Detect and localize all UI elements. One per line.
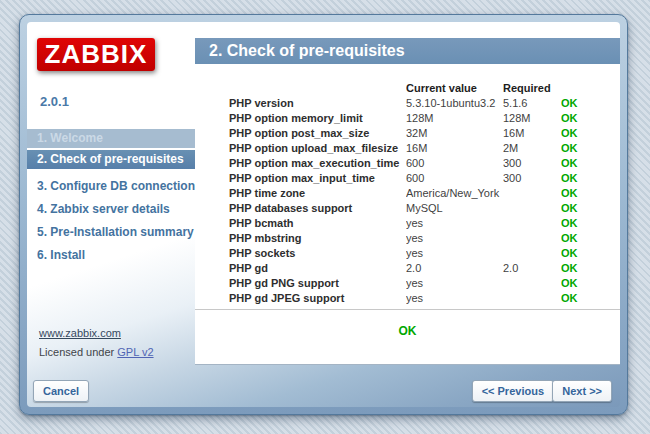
prereq-label: PHP time zone (229, 185, 406, 200)
gpl-license-link[interactable]: GPL v2 (117, 346, 153, 358)
prereq-row: PHP bcmath yes OK (229, 215, 616, 230)
prereq-current-value: yes (406, 230, 503, 245)
prereq-current-value: 600 (406, 170, 503, 185)
prereq-required-value (503, 275, 561, 290)
prereq-required-value: 300 (503, 170, 561, 185)
prereq-status: OK (561, 230, 616, 245)
prereq-row: PHP gd JPEG support yes OK (229, 290, 616, 305)
zabbix-site-link[interactable]: www.zabbix.com (39, 327, 121, 339)
wizard-window-inner: ZABBIX 2.0.1 1. Welcome2. Check of pre-r… (27, 22, 620, 407)
prereq-label: PHP gd PNG support (229, 275, 406, 290)
table-separator (195, 309, 620, 310)
prereq-current-value: yes (406, 245, 503, 260)
sidebar-step[interactable]: 5. Pre-Installation summary (27, 223, 195, 242)
prereq-current-value: MySQL (406, 200, 503, 215)
prereq-current-value: America/New_York (406, 185, 503, 200)
prereq-current-value: 2.0 (406, 260, 503, 275)
page-title: 2. Check of pre-requisites (195, 38, 620, 64)
prereq-status: OK (561, 290, 616, 305)
prereq-required-value: 5.1.6 (503, 95, 561, 110)
prereq-label: PHP sockets (229, 245, 406, 260)
overall-status: OK (195, 324, 620, 338)
cancel-button[interactable]: Cancel (33, 380, 89, 402)
prereq-current-value: 128M (406, 110, 503, 125)
sidebar-step[interactable]: 2. Check of pre-requisites (27, 150, 195, 169)
prereq-current-value: yes (406, 275, 503, 290)
prereq-row: PHP option post_max_size 32M 16M OK (229, 125, 616, 140)
prereq-row: PHP option max_input_time 600 300 OK (229, 170, 616, 185)
prereq-required-value (503, 185, 561, 200)
prereq-required-value: 16M (503, 125, 561, 140)
prereq-label: PHP gd JPEG support (229, 290, 406, 305)
prereq-row: PHP option memory_limit 128M 128M OK (229, 110, 616, 125)
sidebar-links: www.zabbix.com Licensed under GPL v2 (39, 324, 154, 362)
prereq-required-value (503, 290, 561, 305)
prereq-row: PHP version 5.3.10-1ubuntu3.2 5.1.6 OK (229, 95, 616, 110)
prereq-row: PHP time zone America/New_York OK (229, 185, 616, 200)
prereq-label: PHP databases support (229, 200, 406, 215)
zabbix-logo: ZABBIX (37, 38, 155, 71)
prereq-status: OK (561, 215, 616, 230)
prereq-row: PHP gd PNG support yes OK (229, 275, 616, 290)
prereq-required-value (503, 200, 561, 215)
prereq-current-value: 5.3.10-1ubuntu3.2 (406, 95, 503, 110)
prereq-label: PHP gd (229, 260, 406, 275)
prereq-table-body: PHP version 5.3.10-1ubuntu3.2 5.1.6 OK P… (229, 95, 616, 305)
prereq-status: OK (561, 110, 616, 125)
sidebar-step[interactable]: 1. Welcome (27, 129, 195, 148)
prereq-label: PHP option max_execution_time (229, 155, 406, 170)
prereq-current-value: 16M (406, 140, 503, 155)
prereq-label: PHP option post_max_size (229, 125, 406, 140)
prereq-required-value (503, 230, 561, 245)
prereq-row: PHP option max_execution_time 600 300 OK (229, 155, 616, 170)
prereq-current-value: yes (406, 215, 503, 230)
prereq-label: PHP bcmath (229, 215, 406, 230)
prereq-current-value: 32M (406, 125, 503, 140)
license-text: Licensed under (39, 346, 117, 358)
prereq-status: OK (561, 170, 616, 185)
prerequisites-table: Current value Required PHP version 5.3.1… (229, 80, 616, 305)
prereq-required-value: 300 (503, 155, 561, 170)
prereq-required-value: 2M (503, 140, 561, 155)
prereq-status: OK (561, 185, 616, 200)
prereq-row: PHP option upload_max_filesize 16M 2M OK (229, 140, 616, 155)
prereq-row: PHP gd 2.0 2.0 OK (229, 260, 616, 275)
prereq-required-value: 2.0 (503, 260, 561, 275)
sidebar-step[interactable]: 3. Configure DB connection (27, 177, 195, 196)
sidebar-step[interactable]: 4. Zabbix server details (27, 200, 195, 219)
prereq-row: PHP sockets yes OK (229, 245, 616, 260)
prereq-label: PHP option upload_max_filesize (229, 140, 406, 155)
next-button[interactable]: Next >> (552, 380, 612, 402)
prereq-label: PHP version (229, 95, 406, 110)
prereq-status: OK (561, 260, 616, 275)
prereq-required-value: 128M (503, 110, 561, 125)
wizard-window: ZABBIX 2.0.1 1. Welcome2. Check of pre-r… (19, 14, 628, 415)
prereq-status: OK (561, 245, 616, 260)
prereq-status: OK (561, 275, 616, 290)
prereq-row: PHP databases support MySQL OK (229, 200, 616, 215)
prereq-label: PHP option max_input_time (229, 170, 406, 185)
prereq-required-value (503, 245, 561, 260)
wizard-steps: 1. Welcome2. Check of pre-requisites3. C… (27, 129, 195, 269)
prereq-current-value: 600 (406, 155, 503, 170)
prereq-status: OK (561, 125, 616, 140)
version-label: 2.0.1 (40, 94, 69, 109)
column-header-current: Current value (406, 80, 503, 95)
prerequisites-panel: Current value Required PHP version 5.3.1… (195, 64, 620, 365)
prereq-status: OK (561, 155, 616, 170)
sidebar-step[interactable]: 6. Install (27, 246, 195, 265)
prereq-label: PHP mbstring (229, 230, 406, 245)
column-header-required: Required (503, 80, 561, 95)
table-header-row: Current value Required (229, 80, 616, 95)
prereq-required-value (503, 215, 561, 230)
prereq-status: OK (561, 200, 616, 215)
prereq-current-value: yes (406, 290, 503, 305)
prereq-row: PHP mbstring yes OK (229, 230, 616, 245)
previous-button[interactable]: << Previous (472, 380, 554, 402)
prereq-status: OK (561, 140, 616, 155)
prereq-status: OK (561, 95, 616, 110)
prereq-label: PHP option memory_limit (229, 110, 406, 125)
